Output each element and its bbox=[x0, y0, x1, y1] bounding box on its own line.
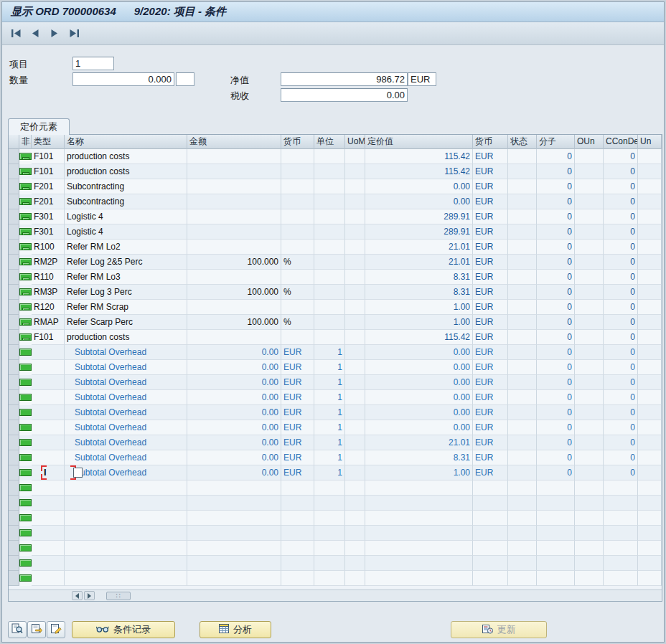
item-field[interactable] bbox=[72, 57, 114, 70]
column-header-name[interactable]: 名称 bbox=[65, 135, 187, 149]
row-select-cell[interactable] bbox=[9, 360, 19, 375]
table-row[interactable]: Subtotal Overhead0.00EUR11.00EUR00I bbox=[9, 465, 662, 480]
table-row[interactable]: F101production costs115.42EUR00 bbox=[9, 164, 662, 179]
column-header-num[interactable]: 分子 bbox=[537, 135, 575, 149]
cell-amount: 100.000 bbox=[187, 255, 281, 270]
first-record-button[interactable] bbox=[8, 26, 24, 42]
scrollbar-thumb[interactable]: ∷ bbox=[106, 592, 131, 600]
column-header-per[interactable]: 单位 bbox=[314, 135, 345, 149]
row-select-cell[interactable] bbox=[9, 420, 19, 435]
cell-un bbox=[638, 541, 662, 556]
row-select-cell[interactable] bbox=[9, 179, 19, 194]
row-select-header[interactable] bbox=[9, 135, 19, 149]
row-select-cell[interactable] bbox=[9, 164, 19, 179]
row-select-cell[interactable] bbox=[9, 270, 19, 285]
table-row[interactable]: Subtotal Overhead0.00EUR10.00EUR00 bbox=[9, 360, 662, 375]
column-header-cconde[interactable]: CConDe bbox=[604, 135, 638, 149]
column-header-amount[interactable]: 金额 bbox=[187, 135, 281, 149]
table-row[interactable]: F201Subcontracting0.00EUR00 bbox=[9, 194, 662, 209]
cell-num bbox=[537, 571, 575, 586]
row-select-cell[interactable] bbox=[9, 390, 19, 405]
column-header-curr[interactable]: 货币 bbox=[473, 135, 508, 149]
table-row[interactable]: R110Refer RM Lo38.31EUR00 bbox=[9, 270, 662, 285]
table-row[interactable]: F101production costs115.42EUR00 bbox=[9, 149, 662, 164]
row-select-cell[interactable] bbox=[9, 285, 19, 300]
row-select-cell[interactable] bbox=[9, 405, 19, 420]
cell-uom bbox=[345, 375, 365, 390]
table-row[interactable]: F301Logistic 4289.91EUR00 bbox=[9, 209, 662, 224]
cell-amount: 100.000 bbox=[187, 315, 281, 330]
column-header-crcy[interactable]: 货币 bbox=[281, 135, 314, 149]
table-row[interactable]: F301Logistic 4289.91EUR00 bbox=[9, 224, 662, 240]
scroll-left-button[interactable] bbox=[72, 591, 83, 600]
column-header-type[interactable]: 类型 bbox=[32, 135, 65, 149]
table-row[interactable]: Subtotal Overhead0.00EUR18.31EUR00 bbox=[9, 450, 662, 465]
net-value-field[interactable] bbox=[281, 72, 408, 86]
table-row[interactable]: Subtotal Overhead0.00EUR10.00EUR00 bbox=[9, 405, 662, 420]
header-form: 项目 数量 净值 税收 bbox=[2, 45, 664, 117]
green-status-icon bbox=[22, 278, 29, 280]
update-button[interactable]: 更新 bbox=[451, 621, 547, 638]
condition-detail-button[interactable] bbox=[8, 621, 27, 638]
table-row[interactable]: R120Refer RM Scrap1.00EUR00 bbox=[9, 300, 662, 315]
table-row[interactable]: RM2PRefer Log 2&5 Perc100.000%21.01EUR00 bbox=[9, 255, 662, 270]
cell-crcy bbox=[281, 480, 314, 496]
table-row[interactable]: R100Refer RM Lo221.01EUR00 bbox=[9, 240, 662, 255]
cell-cconde: 0 bbox=[604, 300, 638, 315]
row-select-cell[interactable] bbox=[9, 315, 19, 330]
horizontal-scrollbar[interactable]: ∷ bbox=[9, 589, 662, 601]
table-row[interactable]: Subtotal Overhead0.00EUR10.00EUR00 bbox=[9, 390, 662, 405]
net-currency-field[interactable] bbox=[408, 72, 436, 86]
edit-cell-box[interactable] bbox=[73, 468, 83, 478]
column-header-un[interactable]: Un bbox=[638, 135, 662, 149]
scroll-right-button[interactable] bbox=[84, 591, 95, 600]
column-header-led[interactable]: 非. bbox=[19, 135, 32, 149]
row-select-cell[interactable] bbox=[9, 450, 19, 465]
table-row[interactable]: Subtotal Overhead0.00EUR10.00EUR00 bbox=[9, 345, 662, 360]
row-select-cell[interactable] bbox=[9, 149, 19, 164]
quantity-field[interactable] bbox=[72, 72, 174, 86]
previous-record-button[interactable] bbox=[27, 26, 43, 42]
column-header-value[interactable]: 定价值 bbox=[365, 135, 473, 149]
cell-uom bbox=[345, 480, 365, 496]
table-row[interactable]: Subtotal Overhead0.00EUR10.00EUR00 bbox=[9, 375, 662, 390]
row-select-cell[interactable] bbox=[9, 375, 19, 390]
condition-change-button[interactable] bbox=[47, 621, 65, 638]
table-row[interactable]: Subtotal Overhead0.00EUR10.00EUR00 bbox=[9, 420, 662, 435]
column-header-stat[interactable]: 状态 bbox=[508, 135, 537, 149]
condition-copy-button[interactable] bbox=[27, 621, 46, 638]
table-row[interactable]: F101production costs115.42EUR00 bbox=[9, 330, 662, 345]
row-select-cell[interactable] bbox=[9, 240, 19, 255]
column-header-uom[interactable]: UoM bbox=[345, 135, 365, 149]
column-header-oun[interactable]: OUn bbox=[575, 135, 604, 149]
row-select-cell[interactable] bbox=[9, 465, 19, 480]
row-select-cell[interactable] bbox=[9, 345, 19, 360]
condition-record-button[interactable]: 条件记录 bbox=[72, 621, 175, 638]
row-select-cell[interactable] bbox=[9, 255, 19, 270]
cell-type: F201 bbox=[32, 194, 65, 209]
cell-uom bbox=[345, 571, 365, 586]
cell-oun bbox=[575, 149, 604, 164]
last-record-button[interactable] bbox=[66, 26, 82, 42]
row-select-cell[interactable] bbox=[9, 209, 19, 224]
cell-un bbox=[638, 345, 662, 360]
table-row[interactable]: RMAPRefer Scarp Perc100.000%1.00EUR00 bbox=[9, 315, 662, 330]
table-row[interactable]: Subtotal Overhead0.00EUR121.01EUR00 bbox=[9, 435, 662, 450]
row-select-cell[interactable] bbox=[9, 300, 19, 315]
row-select-cell[interactable] bbox=[9, 194, 19, 209]
row-select-cell[interactable] bbox=[9, 224, 19, 240]
quantity-unit-field[interactable] bbox=[176, 72, 194, 86]
table-row[interactable]: RM3PRefer Log 3 Perc100.000%8.31EUR00 bbox=[9, 285, 662, 300]
next-record-button[interactable] bbox=[47, 26, 62, 42]
row-select-cell[interactable] bbox=[9, 435, 19, 450]
cell-crcy bbox=[281, 526, 314, 541]
tab-pricing-elements[interactable]: 定价元素 bbox=[8, 118, 70, 135]
analysis-button[interactable]: 分析 bbox=[200, 621, 271, 638]
row-select-cell[interactable] bbox=[9, 330, 19, 345]
cell-name: Refer Log 2&5 Perc bbox=[65, 255, 187, 270]
first-page-icon bbox=[11, 27, 21, 40]
tax-field[interactable] bbox=[281, 88, 408, 102]
table-row[interactable]: F201Subcontracting0.00EUR00 bbox=[9, 179, 662, 194]
cell-per: 1 bbox=[314, 450, 345, 465]
cell-curr: EUR bbox=[473, 450, 508, 465]
